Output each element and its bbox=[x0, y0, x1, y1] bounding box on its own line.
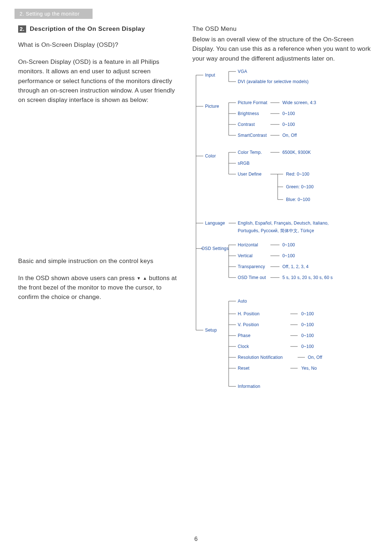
up-triangle-icon: ▲ bbox=[143, 276, 147, 281]
tree-osd-settings: OSD Settings bbox=[201, 246, 229, 251]
tree-auto: Auto bbox=[238, 299, 247, 304]
left-column: 2. Description of the On Screen Display … bbox=[18, 25, 181, 397]
tree-hposition: H. Position bbox=[238, 311, 260, 316]
ctrl-key-text-a: In the OSD shown above users can press bbox=[18, 275, 136, 282]
tree-picture-format: Picture Format bbox=[238, 100, 268, 105]
tree-transparency-v: Off, 1, 2, 3, 4 bbox=[282, 264, 309, 269]
tree-input: Input bbox=[205, 73, 215, 78]
tree-srgb: sRGB bbox=[238, 161, 250, 166]
osd-menu-intro: Below is an overall view of the structur… bbox=[192, 35, 374, 63]
tree-reset: Reset bbox=[238, 366, 249, 371]
tree-picture-format-v: Wide screen, 4:3 bbox=[282, 100, 316, 105]
tree-clock-v: 0~100 bbox=[301, 344, 314, 349]
tree-brightness: Brightness bbox=[238, 111, 259, 116]
tree-contrast-v: 0~100 bbox=[282, 122, 295, 127]
section-number-badge: 2. bbox=[18, 25, 26, 33]
tree-vertical: Vertical bbox=[238, 253, 253, 258]
subheading-control-keys: Basic and simple instruction on the cont… bbox=[18, 258, 181, 265]
down-triangle-icon: ▼ bbox=[136, 276, 141, 281]
tree-phase-v: 0~100 bbox=[301, 333, 314, 338]
tree-smartcontrast: SmartContrast bbox=[238, 133, 267, 138]
tree-contrast: Contrast bbox=[238, 122, 255, 127]
tree-vposition-v: 0~100 bbox=[301, 322, 314, 327]
paragraph-osd-description: On-Screen Display (OSD) is a feature in … bbox=[18, 57, 181, 105]
tree-language: Language bbox=[205, 221, 225, 226]
tree-red: Red: 0~100 bbox=[286, 172, 309, 177]
section-title-text: Description of the On Screen Display bbox=[30, 25, 145, 33]
tree-color: Color bbox=[205, 153, 216, 159]
tree-clock: Clock bbox=[238, 344, 249, 349]
tree-transparency: Transparency bbox=[238, 264, 265, 269]
tree-osd-timeout-v: 5 s, 10 s, 20 s, 30 s, 60 s bbox=[282, 275, 333, 280]
page-number: 6 bbox=[0, 536, 392, 542]
breadcrumb: 2. Setting up the monitor bbox=[15, 9, 93, 19]
tree-resolution-notification-v: On, Off bbox=[308, 355, 322, 360]
section-heading: 2. Description of the On Screen Display bbox=[18, 25, 181, 33]
tree-green: Green: 0~100 bbox=[286, 184, 314, 189]
tree-color-temp-v: 6500K, 9300K bbox=[282, 150, 311, 155]
tree-user-define: User Define bbox=[238, 172, 262, 177]
tree-brightness-v: 0~100 bbox=[282, 111, 295, 116]
tree-picture: Picture bbox=[205, 104, 219, 109]
tree-vertical-v: 0~100 bbox=[282, 253, 295, 258]
tree-color-temp: Color Temp. bbox=[238, 150, 262, 155]
tree-lang-line2: Português, Русский, 简体中文, Türkçe bbox=[238, 228, 314, 234]
tree-resolution-notification: Resolution Notification bbox=[238, 355, 283, 360]
tree-setup: Setup bbox=[205, 328, 217, 333]
tree-smartcontrast-v: On, Off bbox=[282, 133, 297, 138]
osd-menu-heading: The OSD Menu bbox=[192, 25, 374, 33]
tree-blue: Blue: 0~100 bbox=[286, 197, 310, 202]
tree-vga: VGA bbox=[238, 69, 247, 74]
subheading-what-is-osd: What is On-Screen Display (OSD)? bbox=[18, 41, 181, 49]
tree-osd-timeout: OSD Time out bbox=[238, 275, 266, 280]
tree-horizontal-v: 0~100 bbox=[282, 242, 295, 247]
tree-information: Information bbox=[238, 384, 260, 389]
tree-hposition-v: 0~100 bbox=[301, 311, 314, 316]
osd-tree-diagram: Input Picture Color Language OSD Setting… bbox=[189, 71, 374, 397]
right-column: The OSD Menu Below is an overall view of… bbox=[192, 25, 374, 397]
page-content: 2. Description of the On Screen Display … bbox=[0, 19, 392, 397]
tree-phase: Phase bbox=[238, 333, 250, 338]
tree-reset-v: Yes, No bbox=[301, 366, 317, 371]
tree-dvi: DVI (available for selective models) bbox=[238, 79, 309, 84]
tree-horizontal: Horizontal bbox=[238, 242, 258, 247]
paragraph-control-keys: In the OSD shown above users can press ▼… bbox=[18, 274, 181, 302]
tree-lang-line1: English, Español, Français, Deutsch, Ita… bbox=[238, 221, 329, 226]
tree-vposition: V. Position bbox=[238, 322, 259, 327]
